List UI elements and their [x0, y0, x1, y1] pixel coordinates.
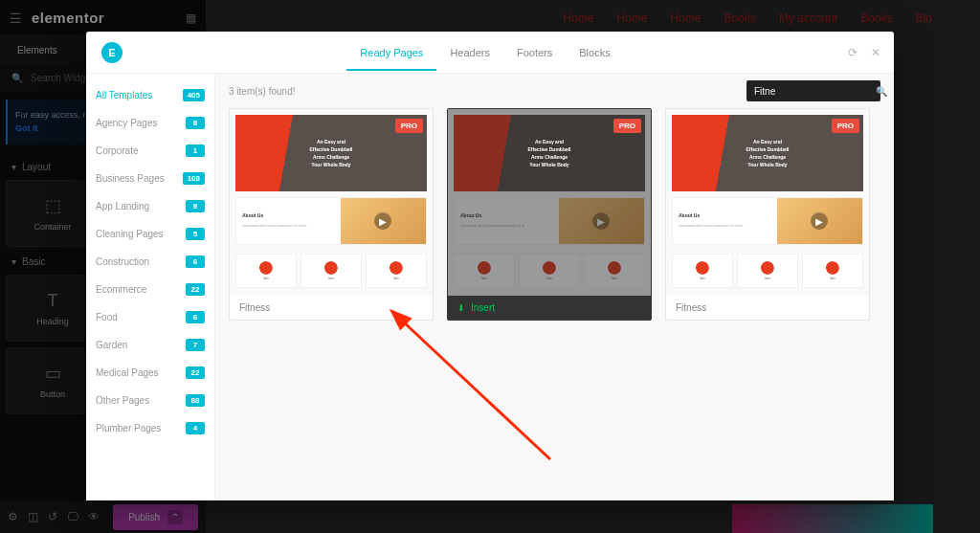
category-app-landing[interactable]: App Landing9 [86, 192, 214, 220]
category-label: Garden [96, 340, 127, 350]
template-name: Fitness [666, 296, 869, 320]
tab-headers[interactable]: Headers [436, 34, 503, 71]
category-all-templates[interactable]: All Templates405 [86, 81, 214, 109]
category-medical-pages[interactable]: Medical Pages22 [86, 359, 214, 387]
category-label: Construction [96, 256, 149, 267]
category-count-badge: 6 [186, 255, 205, 268]
category-label: Agency Pages [96, 118, 158, 128]
tab-footers[interactable]: Footers [503, 34, 566, 71]
pro-badge: PRO [395, 119, 423, 133]
category-label: Other Pages [96, 395, 149, 406]
tab-blocks[interactable]: Blocks [566, 34, 623, 71]
library-logo-icon: E [101, 42, 122, 63]
category-sidebar: All Templates405Agency Pages8Corporate1B… [86, 74, 215, 500]
category-other-pages[interactable]: Other Pages88 [86, 387, 214, 414]
category-food[interactable]: Food6 [86, 303, 214, 331]
template-search[interactable]: 🔍 [746, 80, 880, 101]
category-count-badge: 9 [186, 200, 205, 212]
template-library-modal: E Ready PagesHeadersFootersBlocks ⟳ ✕ Al… [86, 32, 894, 500]
content-topbar: 3 item(s) found! 🔍 [215, 74, 894, 108]
category-label: Business Pages [96, 173, 165, 184]
category-construction[interactable]: Construction6 [86, 248, 214, 276]
category-garden[interactable]: Garden7 [86, 331, 214, 359]
search-input[interactable] [754, 86, 876, 97]
category-business-pages[interactable]: Business Pages108 [86, 165, 214, 192]
templates-content: 3 item(s) found! 🔍 PROAn Easy andEffecti… [215, 74, 894, 500]
modal-header: E Ready PagesHeadersFootersBlocks ⟳ ✕ [86, 32, 894, 74]
category-count-badge: 22 [186, 366, 205, 379]
category-count-badge: 108 [183, 172, 205, 185]
category-agency-pages[interactable]: Agency Pages8 [86, 109, 214, 137]
category-ecommerce[interactable]: Ecommerce22 [86, 276, 214, 303]
insert-button[interactable]: Insert [448, 296, 651, 320]
category-label: Medical Pages [96, 367, 159, 378]
template-thumbnail: PROAn Easy andEffective DumbbellArms Cha… [666, 109, 869, 296]
category-count-badge: 88 [186, 394, 205, 407]
category-count-badge: 1 [186, 144, 205, 157]
category-label: Plumber Pages [96, 423, 161, 433]
close-icon[interactable]: ✕ [871, 46, 880, 59]
template-cards: PROAn Easy andEffective DumbbellArms Cha… [215, 108, 894, 321]
category-count-badge: 7 [186, 339, 205, 351]
template-card[interactable]: PROAn Easy andEffective DumbbellArms Cha… [447, 108, 652, 321]
results-count: 3 item(s) found! [229, 86, 295, 97]
template-card[interactable]: PROAn Easy andEffective DumbbellArms Cha… [229, 108, 434, 321]
template-name: Fitness [230, 296, 433, 320]
template-card[interactable]: PROAn Easy andEffective DumbbellArms Cha… [665, 108, 870, 321]
category-label: Corporate [96, 145, 138, 156]
category-label: Ecommerce [96, 284, 146, 295]
category-count-badge: 4 [186, 422, 205, 434]
pro-badge: PRO [832, 119, 859, 133]
tab-ready-pages[interactable]: Ready Pages [346, 34, 436, 71]
category-corporate[interactable]: Corporate1 [86, 137, 214, 165]
category-label: Food [96, 312, 118, 322]
category-count-badge: 8 [186, 117, 205, 129]
pro-badge: PRO [613, 119, 641, 133]
search-icon: 🔍 [876, 86, 887, 97]
category-count-badge: 6 [186, 311, 205, 323]
category-label: All Templates [96, 90, 152, 100]
template-thumbnail: PROAn Easy andEffective DumbbellArms Cha… [448, 109, 651, 296]
category-label: Cleaning Pages [96, 229, 164, 239]
template-thumbnail: PROAn Easy andEffective DumbbellArms Cha… [230, 109, 433, 296]
modal-tabs: Ready PagesHeadersFootersBlocks [346, 34, 623, 71]
category-count-badge: 5 [186, 228, 205, 240]
category-cleaning-pages[interactable]: Cleaning Pages5 [86, 220, 214, 248]
category-plumber-pages[interactable]: Plumber Pages4 [86, 414, 214, 442]
category-count-badge: 405 [183, 89, 205, 101]
category-label: App Landing [96, 201, 149, 211]
sync-icon[interactable]: ⟳ [848, 46, 858, 59]
category-count-badge: 22 [186, 283, 205, 296]
